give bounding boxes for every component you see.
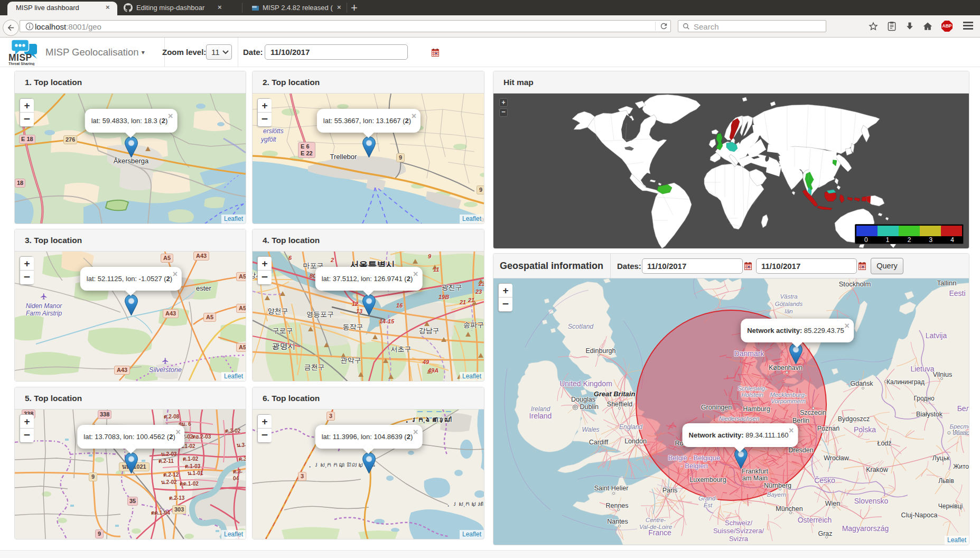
svg-text:MISP: MISP — [8, 52, 32, 63]
svg-text:Threat Sharing: Threat Sharing — [8, 62, 34, 66]
